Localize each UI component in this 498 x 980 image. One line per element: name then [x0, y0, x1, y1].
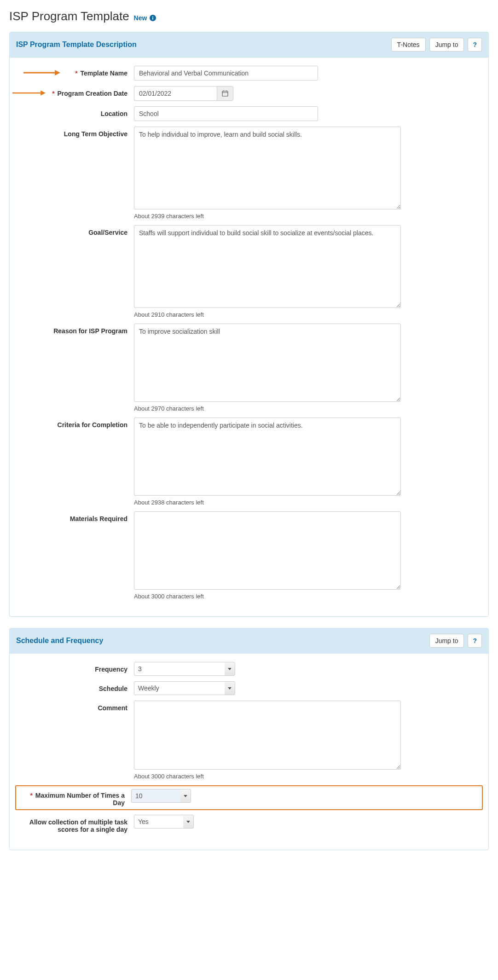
row-schedule: Schedule Weekly	[19, 681, 479, 695]
row-comment: Comment About 3000 characters left	[19, 701, 479, 780]
long-term-objective-chars-left: About 2939 characters left	[134, 213, 401, 220]
help-button[interactable]: ?	[468, 634, 482, 648]
calendar-icon	[222, 90, 228, 97]
required-asterisk: *	[52, 90, 54, 97]
label-program-creation-date: * Program Creation Date	[19, 86, 134, 97]
max-times-select[interactable]: 10	[131, 789, 191, 803]
criteria-chars-left: About 2938 characters left	[134, 499, 401, 506]
row-goal-service: Goal/Service About 2910 characters left	[19, 225, 479, 318]
program-creation-date-input[interactable]	[134, 86, 217, 101]
label-long-term-objective: Long Term Objective	[19, 127, 134, 138]
materials-chars-left: About 3000 characters left	[134, 593, 401, 600]
materials-textarea[interactable]	[134, 511, 401, 590]
panel-schedule-header: Schedule and Frequency Jump to ?	[10, 628, 488, 654]
label-comment: Comment	[19, 701, 134, 712]
criteria-textarea[interactable]	[134, 418, 401, 496]
reason-chars-left: About 2970 characters left	[134, 405, 401, 412]
row-location: Location	[19, 106, 479, 121]
allow-multi-select[interactable]: Yes	[134, 815, 194, 829]
label-materials: Materials Required	[19, 511, 134, 522]
row-frequency: Frequency 3	[19, 662, 479, 676]
tnotes-button[interactable]: T-Notes	[391, 38, 426, 52]
row-template-name: * Template Name	[19, 66, 479, 81]
long-term-objective-textarea[interactable]	[134, 127, 401, 209]
panel-description-actions: T-Notes Jump to ?	[391, 38, 482, 52]
comment-textarea[interactable]	[134, 701, 401, 770]
row-long-term-objective: Long Term Objective About 2939 character…	[19, 127, 479, 220]
page-title-text: ISP Program Template	[9, 9, 129, 23]
row-materials: Materials Required About 3000 characters…	[19, 511, 479, 600]
location-input[interactable]	[134, 106, 318, 121]
row-criteria: Criteria for Completion About 2938 chara…	[19, 418, 479, 506]
panel-schedule-actions: Jump to ?	[429, 634, 482, 648]
comment-chars-left: About 3000 characters left	[134, 773, 401, 780]
reason-textarea[interactable]	[134, 324, 401, 402]
row-allow-multi: Allow collection of multiple task scores…	[19, 815, 479, 833]
new-badge: New	[134, 14, 156, 22]
help-button[interactable]: ?	[468, 38, 482, 52]
label-location: Location	[19, 106, 134, 117]
panel-schedule-body: Frequency 3 Schedule Weekly	[10, 654, 488, 850]
label-criteria: Criteria for Completion	[19, 418, 134, 429]
label-template-name-text: Template Name	[81, 70, 127, 77]
panel-schedule-title: Schedule and Frequency	[16, 637, 103, 645]
svg-rect-7	[222, 91, 228, 96]
label-allow-multi: Allow collection of multiple task scores…	[19, 815, 134, 833]
panel-description: ISP Program Template Description T-Notes…	[9, 32, 489, 617]
label-schedule: Schedule	[19, 681, 134, 692]
required-asterisk: *	[75, 70, 77, 77]
page-title: ISP Program Template New	[9, 9, 489, 23]
panel-description-title: ISP Program Template Description	[16, 41, 137, 49]
label-template-name: * Template Name	[19, 66, 134, 77]
required-asterisk: *	[30, 792, 32, 799]
date-picker-button[interactable]	[217, 86, 233, 101]
row-program-creation-date: * Program Creation Date	[19, 86, 479, 101]
panel-description-header: ISP Program Template Description T-Notes…	[10, 32, 488, 58]
frequency-select[interactable]: 3	[134, 662, 235, 676]
goal-service-textarea[interactable]	[134, 225, 401, 308]
label-max-times-text: Maximum Number of Times a Day	[35, 792, 125, 806]
row-max-times-highlight: * Maximum Number of Times a Day 10	[15, 785, 483, 810]
jumpto-button[interactable]: Jump to	[429, 38, 464, 52]
label-goal-service: Goal/Service	[19, 225, 134, 236]
row-reason: Reason for ISP Program About 2970 charac…	[19, 324, 479, 412]
goal-service-chars-left: About 2910 characters left	[134, 311, 401, 318]
info-icon	[150, 15, 156, 21]
svg-rect-2	[153, 17, 154, 17]
jumpto-button[interactable]: Jump to	[429, 634, 464, 648]
panel-description-body: * Template Name * Program Creation Date	[10, 58, 488, 616]
new-badge-text: New	[134, 14, 147, 22]
svg-rect-1	[153, 17, 154, 19]
label-program-creation-date-text: Program Creation Date	[58, 90, 127, 97]
template-name-input[interactable]	[134, 66, 318, 81]
label-frequency: Frequency	[19, 662, 134, 673]
label-reason: Reason for ISP Program	[19, 324, 134, 335]
panel-schedule: Schedule and Frequency Jump to ? Frequen…	[9, 628, 489, 850]
label-max-times: * Maximum Number of Times a Day	[20, 789, 131, 806]
schedule-select[interactable]: Weekly	[134, 681, 235, 695]
